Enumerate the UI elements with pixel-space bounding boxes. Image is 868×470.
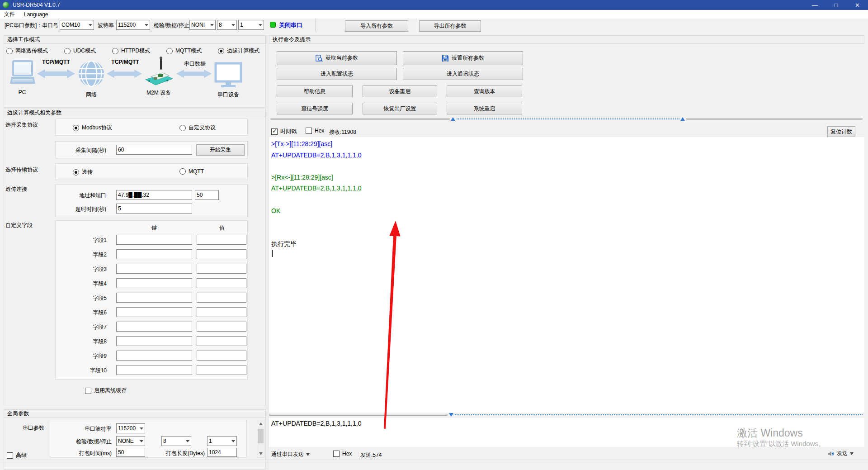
modbus-radio-option[interactable]: Modbus协议 bbox=[73, 124, 112, 132]
field-key-input[interactable] bbox=[116, 365, 192, 375]
import-all-params-button[interactable]: 导入所有参数 bbox=[345, 20, 408, 32]
field-key-input[interactable] bbox=[116, 249, 192, 259]
field-value-input[interactable] bbox=[197, 336, 246, 346]
field-key-input[interactable] bbox=[116, 336, 192, 346]
scrollbar-up-button[interactable] bbox=[257, 420, 264, 427]
custom-field-row: 字段7 bbox=[56, 322, 247, 332]
global-databits-select[interactable]: 8 bbox=[161, 436, 191, 446]
panel-splitter[interactable] bbox=[266, 35, 269, 470]
radio-icon[interactable] bbox=[6, 48, 13, 54]
slider-thumb[interactable] bbox=[449, 413, 453, 417]
send-via-serial-dropdown[interactable]: 通过串口发送 bbox=[271, 451, 310, 458]
scrollbar-down-button[interactable] bbox=[257, 450, 264, 457]
workmode-radio-option[interactable]: MQTT模式 bbox=[166, 47, 202, 55]
custom-protocol-radio-option[interactable]: 自定义协议 bbox=[179, 124, 216, 132]
scrollbar-thumb[interactable] bbox=[258, 429, 264, 443]
field-value-input[interactable] bbox=[197, 322, 246, 332]
checkbox-icon[interactable] bbox=[271, 128, 278, 135]
slider-right-thumb[interactable] bbox=[680, 117, 685, 121]
hex-send-option[interactable]: Hex bbox=[333, 451, 352, 457]
field-value-input[interactable] bbox=[197, 235, 246, 245]
field-key-input[interactable] bbox=[116, 235, 192, 245]
reset-count-button[interactable]: 复位计数 bbox=[827, 126, 855, 137]
checkbox-icon[interactable] bbox=[7, 452, 13, 459]
minimize-button[interactable]: — bbox=[804, 0, 826, 10]
timeout-input[interactable] bbox=[116, 204, 192, 214]
passthrough-radio-option[interactable]: 透传 bbox=[73, 168, 93, 176]
checkbox-icon[interactable] bbox=[306, 128, 312, 134]
interval-input[interactable] bbox=[116, 145, 192, 155]
baud-select[interactable]: 115200 bbox=[116, 20, 150, 30]
passthrough-label: 透传 bbox=[82, 168, 93, 176]
device-reboot-button[interactable]: 设备重启 bbox=[363, 85, 437, 97]
field-value-input[interactable] bbox=[197, 293, 246, 303]
field-key-input[interactable] bbox=[116, 278, 192, 288]
enter-comm-state-button[interactable]: 进入通讯状态 bbox=[403, 68, 523, 80]
checkbox-icon[interactable] bbox=[85, 388, 91, 394]
parity-select[interactable]: NONI bbox=[189, 20, 216, 30]
addr-port-label: 地址和端口 bbox=[79, 192, 106, 199]
mqtt-radio-option[interactable]: MQTT bbox=[179, 168, 204, 175]
server-address-input[interactable] bbox=[116, 190, 192, 200]
radio-icon[interactable] bbox=[179, 168, 186, 175]
field-value-input[interactable] bbox=[197, 365, 246, 375]
receive-count: 接收:11908 bbox=[329, 128, 356, 136]
global-baud-select[interactable]: 115200 bbox=[116, 423, 145, 433]
menu-file[interactable]: 文件 bbox=[4, 10, 15, 18]
stopbits-select[interactable]: 1 bbox=[238, 20, 264, 30]
enter-config-state-button[interactable]: 进入配置状态 bbox=[277, 68, 397, 80]
field-value-input[interactable] bbox=[197, 278, 246, 288]
window-controls: — □ ✕ bbox=[804, 0, 868, 10]
com-port-select[interactable]: COM10 bbox=[60, 20, 94, 30]
query-version-button[interactable]: 查询版本 bbox=[447, 85, 522, 97]
global-scrollbar[interactable] bbox=[257, 420, 264, 458]
field-key-input[interactable] bbox=[116, 264, 192, 274]
system-reboot-button[interactable]: 系统重启 bbox=[447, 103, 522, 114]
factory-reset-button[interactable]: 恢复出厂设置 bbox=[363, 103, 437, 114]
export-all-params-button[interactable]: 导出所有参数 bbox=[419, 20, 481, 32]
workmode-radio-option[interactable]: UDC模式 bbox=[64, 47, 96, 55]
field-key-input[interactable] bbox=[116, 307, 192, 317]
radio-icon[interactable] bbox=[179, 125, 186, 131]
databits-select[interactable]: 8 bbox=[217, 20, 237, 30]
field-value-input[interactable] bbox=[197, 249, 246, 259]
hex-recv-option[interactable]: Hex bbox=[306, 128, 324, 134]
advanced-option[interactable]: 高级 bbox=[7, 451, 27, 459]
field-value-input[interactable] bbox=[197, 307, 246, 317]
workmode-radio-option[interactable]: 网络透传模式 bbox=[6, 47, 48, 55]
field-value-input[interactable] bbox=[197, 351, 246, 361]
global-parity-select[interactable]: NONE bbox=[116, 436, 145, 446]
help-info-button[interactable]: 帮助信息 bbox=[277, 85, 353, 97]
close-port-button[interactable]: 关闭串口 bbox=[279, 21, 302, 29]
offline-cache-option[interactable]: 启用离线缓存 bbox=[85, 387, 127, 394]
workmode-radio-option[interactable]: HTTPD模式 bbox=[112, 47, 150, 55]
field-key-input[interactable] bbox=[116, 322, 192, 332]
server-port-input[interactable] bbox=[195, 190, 219, 200]
field-label: 字段3 bbox=[93, 266, 107, 273]
workmode-radio-option[interactable]: 边缘计算模式 bbox=[218, 47, 259, 55]
packtime-input[interactable] bbox=[116, 448, 145, 457]
field-key-input[interactable] bbox=[116, 351, 192, 361]
radio-icon[interactable] bbox=[73, 125, 79, 131]
signal-strength-button[interactable]: 查信号强度 bbox=[277, 103, 353, 114]
checkbox-icon[interactable] bbox=[333, 451, 340, 457]
global-stopbits-select[interactable]: 1 bbox=[207, 436, 237, 446]
start-collect-button[interactable]: 开始采集 bbox=[196, 144, 245, 156]
close-button[interactable]: ✕ bbox=[847, 0, 868, 10]
maximize-button[interactable]: □ bbox=[826, 0, 847, 10]
radio-icon[interactable] bbox=[64, 48, 71, 54]
radio-icon[interactable] bbox=[218, 48, 224, 54]
slider-left-thumb[interactable] bbox=[451, 117, 455, 121]
field-value-input[interactable] bbox=[197, 264, 246, 274]
radio-icon[interactable] bbox=[73, 169, 79, 176]
packlen-input[interactable] bbox=[207, 448, 237, 457]
radio-icon[interactable] bbox=[166, 48, 173, 54]
radio-icon[interactable] bbox=[112, 48, 118, 54]
timestamp-option[interactable]: 时间戳 bbox=[271, 128, 297, 135]
send-button[interactable]: 发送 bbox=[827, 450, 854, 457]
set-all-params-button[interactable]: 设置所有参数 bbox=[403, 51, 523, 65]
menu-language[interactable]: Language bbox=[24, 11, 48, 18]
field-key-input[interactable] bbox=[116, 293, 192, 303]
log-line bbox=[271, 216, 361, 228]
get-current-params-button[interactable]: 获取当前参数 bbox=[277, 51, 397, 65]
